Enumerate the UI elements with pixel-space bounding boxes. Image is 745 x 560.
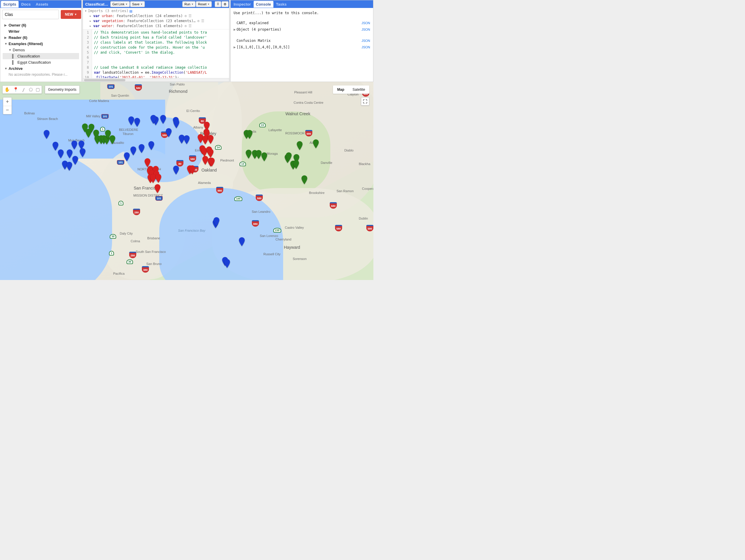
gear-icon[interactable]: ⚙ (185, 13, 187, 19)
code-editor[interactable]: 123456789101112 // This demonstration us… (83, 30, 229, 78)
caret-icon: ▼ (8, 48, 11, 51)
tab-docs[interactable]: Docs (19, 1, 33, 8)
import-entry[interactable]: ▸var urban: FeatureCollection (24 elemen… (85, 13, 227, 19)
code-line: // construction code for the points. Hov… (94, 45, 227, 50)
chevron-down-icon: ▼ (125, 3, 128, 6)
menu-icon[interactable]: ☰ (189, 13, 192, 19)
map-type-control: Map Satellite (333, 85, 369, 94)
fullscreen-icon (363, 99, 367, 103)
tree-item-label: Writer (8, 29, 20, 34)
console-text: Confusion Matrix (236, 39, 271, 43)
doc-icon: ▤ (130, 8, 132, 13)
code-line: // Each training point has a field calle… (94, 35, 227, 40)
tree-item[interactable]: ▌Egypt Classification (3, 59, 79, 65)
tree-item[interactable]: ▌Classification (3, 53, 79, 59)
run-button[interactable]: Run▼ (182, 1, 196, 7)
json-badge[interactable]: JSON (362, 28, 370, 31)
code-line: var landsatCollection = ee.ImageCollecti… (94, 70, 227, 75)
menu-icon[interactable]: ☰ (201, 19, 204, 24)
tree-item[interactable]: Writer (3, 28, 79, 34)
code-line: // class labels at that location. The fo… (94, 40, 227, 45)
console-entry[interactable]: ▶[[6,1,0],[1,4,0],[0,0,5]]JSON (234, 44, 370, 50)
save-button[interactable]: Save▼ (130, 1, 145, 7)
code-area[interactable]: // This demonstration uses hand-located … (92, 30, 229, 78)
imports-block: ▾ Imports (3 entries) ▤ ▸var urban: Feat… (83, 8, 229, 30)
console-text: Object (4 properties) (236, 27, 281, 32)
line-gutter: 123456789101112 (83, 30, 92, 78)
chevron-down-icon: ▼ (140, 3, 143, 6)
fullscreen-button[interactable] (361, 97, 369, 106)
console-entry[interactable]: ▶Object (4 properties)JSON (234, 26, 370, 33)
code-line: // Load the Landsat 8 scaled radiance im… (94, 65, 227, 70)
settings-button[interactable]: ⚙ (222, 1, 229, 7)
new-button-label: NEW (65, 12, 73, 16)
new-button[interactable]: NEW ▼ (61, 10, 81, 19)
zoom-out-button[interactable]: − (3, 106, 11, 114)
zoom-control: + − (3, 97, 12, 114)
map-type-map[interactable]: Map (333, 85, 348, 94)
editor-title: Classificat… (84, 1, 110, 8)
tree-item[interactable]: ▼Examples (filtered) (3, 41, 79, 47)
console-entry[interactable]: CART, explainedJSON (234, 20, 370, 26)
map-background (0, 82, 374, 280)
horizontal-scrollbar[interactable] (83, 78, 229, 82)
imports-header[interactable]: ▾ Imports (3 entries) ▤ (85, 8, 227, 13)
geometry-imports-button[interactable]: Geometry Imports (45, 85, 79, 94)
tab-assets[interactable]: Assets (33, 1, 51, 8)
caret-icon: ▸ (89, 19, 91, 24)
line-tool-icon[interactable]: 〳 (22, 87, 26, 92)
map[interactable]: ✋ 📍 〳 ⬠ ▢ Geometry Imports + − Map Satel… (0, 82, 374, 280)
json-badge[interactable]: JSON (362, 39, 370, 42)
menu-icon[interactable]: ☰ (189, 24, 192, 29)
console-hint: Use print(...) to write to this console. (234, 10, 370, 16)
tree-item[interactable]: ▼Demos (3, 47, 79, 53)
gear-icon: ⚙ (224, 2, 227, 6)
tree-item-label: Demos (13, 48, 25, 52)
marker-tool-icon[interactable]: 📍 (13, 87, 19, 92)
json-badge[interactable]: JSON (362, 21, 370, 25)
rectangle-tool-icon[interactable]: ▢ (36, 87, 40, 92)
json-badge[interactable]: JSON (362, 45, 370, 49)
tree-item-label: Reader (6) (8, 35, 27, 40)
import-entry[interactable]: ▸var water: FeatureCollection (31 elemen… (85, 24, 227, 29)
pan-tool-icon[interactable]: ✋ (4, 87, 10, 92)
search-input[interactable] (2, 10, 59, 19)
tab-tasks[interactable]: Tasks (274, 1, 289, 8)
tree-item[interactable]: ▼Archive (3, 65, 79, 72)
console-entry[interactable]: Confusion MatrixJSON (234, 37, 370, 44)
zoom-in-button[interactable]: + (3, 98, 11, 106)
caret-icon: ▸ (89, 13, 91, 19)
caret-icon: ▶ (234, 45, 236, 49)
reset-button[interactable]: Reset▼ (196, 1, 212, 7)
map-toolbar: ✋ 📍 〳 ⬠ ▢ Geometry Imports (2, 85, 79, 94)
tab-scripts[interactable]: Scripts (1, 1, 19, 8)
console-text: CART, explained (236, 21, 268, 25)
code-line: // and click, 'Convert' in the dialog. (94, 50, 227, 55)
file-icon: ▌ (12, 60, 16, 65)
map-type-satellite[interactable]: Satellite (348, 85, 369, 94)
polygon-tool-icon[interactable]: ⬠ (29, 87, 33, 92)
tree-item-label: Egypt Classification (18, 60, 51, 65)
caret-icon: ▼ (4, 42, 7, 45)
console-body: Use print(...) to write to this console.… (231, 8, 373, 82)
code-line (94, 60, 227, 65)
caret-icon: ▶ (234, 27, 236, 32)
code-line (94, 55, 227, 60)
chevron-down-icon: ▾ (85, 8, 87, 13)
editor-tab-bar: Classificat… Get Link▼ Save▼ Run▼ Reset▼… (83, 0, 229, 8)
get-link-button[interactable]: Get Link▼ (110, 1, 130, 7)
scripts-tree: ▶Owner (6)Writer▶Reader (6)▼Examples (fi… (0, 21, 82, 82)
file-icon: ▌ (12, 54, 16, 58)
left-tab-bar: Scripts Docs Assets (0, 0, 82, 8)
gear-icon[interactable]: ⚙ (185, 24, 187, 29)
console-panel: Inspector Console Tasks Use print(...) t… (230, 0, 374, 82)
import-entry[interactable]: ▸var vegetation: FeatureCollection (23 e… (85, 19, 227, 24)
tree-item[interactable]: ▶Owner (6) (3, 22, 79, 28)
tab-console[interactable]: Console (254, 1, 273, 8)
apps-button[interactable]: ⠿ (215, 1, 221, 7)
right-tab-bar: Inspector Console Tasks (231, 0, 373, 8)
tree-item[interactable]: ▶Reader (6) (3, 34, 79, 41)
gear-icon[interactable]: ⚙ (197, 19, 199, 24)
tab-inspector[interactable]: Inspector (231, 1, 253, 8)
tree-item-label: Examples (filtered) (8, 41, 43, 46)
